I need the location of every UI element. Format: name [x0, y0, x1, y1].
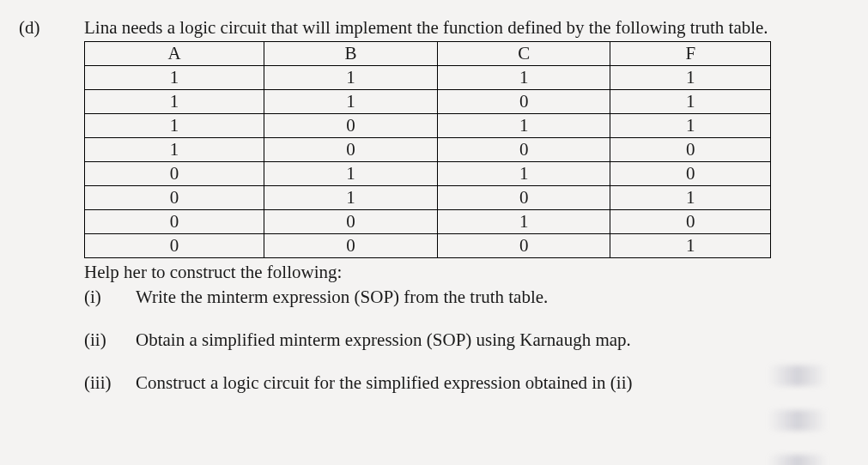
cell: 0 [264, 114, 438, 138]
subpart: (iii) Construct a logic circuit for the … [84, 371, 842, 395]
cell: 0 [264, 234, 438, 258]
cell: 1 [264, 162, 438, 186]
subpart: (ii) Obtain a simplified minterm express… [84, 328, 842, 352]
cell: 1 [437, 210, 610, 234]
cell: 0 [264, 138, 438, 162]
subpart-label: (ii) [84, 328, 136, 352]
cell: 1 [437, 66, 610, 90]
table-row: 0 0 1 0 [85, 210, 771, 234]
cell: 0 [264, 210, 438, 234]
cell: 1 [437, 162, 610, 186]
cell: 0 [85, 162, 264, 186]
intro-text: Lina needs a logic circuit that will imp… [84, 15, 842, 39]
cell: 0 [437, 138, 610, 162]
subpart: (i) Write the minterm expression (SOP) f… [84, 285, 842, 309]
subpart-label: (i) [84, 285, 136, 309]
question-block: (d) Lina needs a logic circuit that will… [19, 15, 842, 396]
table-row: 0 1 0 1 [85, 186, 771, 210]
table-row: 0 1 1 0 [85, 162, 771, 186]
cell: 0 [610, 210, 771, 234]
cell: 1 [85, 138, 264, 162]
col-header: B [264, 42, 438, 66]
question-content: Lina needs a logic circuit that will imp… [84, 15, 842, 396]
cell: 1 [610, 186, 771, 210]
cell: 1 [264, 186, 438, 210]
table-row: 0 0 0 1 [85, 234, 771, 258]
cell: 1 [264, 66, 438, 90]
redaction-smudge [768, 410, 827, 431]
subpart-text: Write the minterm expression (SOP) from … [136, 285, 842, 309]
cell: 0 [437, 234, 610, 258]
help-text: Help her to construct the following: [84, 260, 842, 284]
subpart-text: Obtain a simplified minterm expression (… [136, 328, 842, 352]
cell: 1 [264, 90, 438, 114]
table-row: 1 0 1 1 [85, 114, 771, 138]
cell: 1 [85, 66, 264, 90]
cell: 0 [610, 138, 771, 162]
cell: 0 [610, 162, 771, 186]
col-header: A [85, 42, 264, 66]
table-header-row: A B C F [85, 42, 771, 66]
cell: 1 [437, 114, 610, 138]
table-row: 1 0 0 0 [85, 138, 771, 162]
col-header: C [437, 42, 610, 66]
cell: 1 [610, 66, 771, 90]
cell: 0 [85, 186, 264, 210]
cell: 0 [85, 210, 264, 234]
redaction-smudge [768, 455, 827, 465]
cell: 0 [437, 90, 610, 114]
table-row: 1 1 0 1 [85, 90, 771, 114]
part-label: (d) [19, 15, 84, 396]
cell: 0 [85, 234, 264, 258]
table-row: 1 1 1 1 [85, 66, 771, 90]
cell: 1 [610, 234, 771, 258]
cell: 0 [437, 186, 610, 210]
cell: 1 [610, 90, 771, 114]
col-header: F [610, 42, 771, 66]
subpart-label: (iii) [84, 371, 136, 395]
truth-table: A B C F 1 1 1 1 1 1 0 1 [84, 41, 771, 258]
cell: 1 [610, 114, 771, 138]
redaction-smudge [768, 365, 827, 386]
cell: 1 [85, 90, 264, 114]
cell: 1 [85, 114, 264, 138]
subpart-text: Construct a logic circuit for the simpli… [136, 371, 842, 395]
